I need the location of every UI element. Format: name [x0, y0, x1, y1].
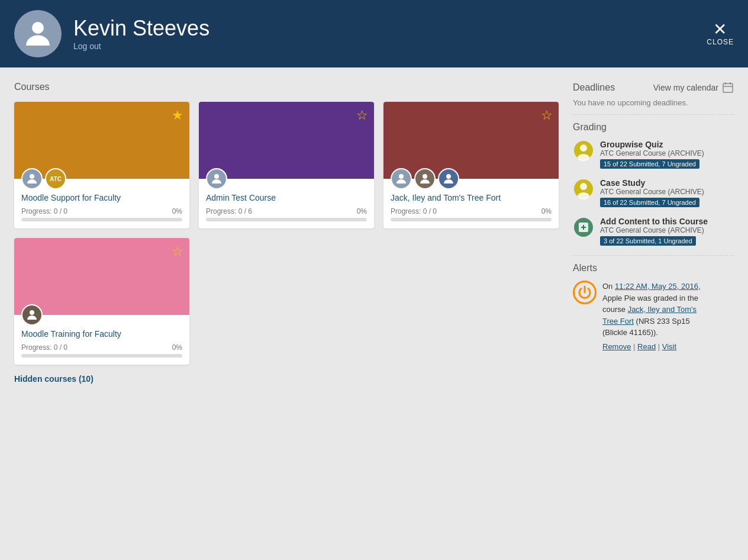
- course-progress-row-2: Progress: 0 / 6 0%: [206, 207, 367, 215]
- star-icon-4[interactable]: ☆: [172, 244, 183, 259]
- grading-text-2: Case Study ATC General Course (ARCHIVE) …: [600, 178, 704, 207]
- course-card-2[interactable]: ☆ Admin Test Course Progress: 0 / 6 0%: [199, 102, 374, 228]
- calendar-icon: [722, 82, 734, 94]
- alert-text-1: On 11:22 AM, May 25, 2016, Apple Pie was…: [602, 281, 701, 352]
- alert-item-1: On 11:22 AM, May 25, 2016, Apple Pie was…: [573, 281, 734, 352]
- course-thumb-3: ☆: [383, 102, 559, 179]
- star-icon-1[interactable]: ★: [172, 108, 183, 123]
- course-name-1[interactable]: Moodle Support for Faculty: [21, 193, 182, 202]
- no-deadlines-text: You have no upcoming deadlines.: [573, 98, 734, 107]
- svg-point-4: [423, 174, 427, 179]
- svg-point-1: [30, 174, 34, 179]
- svg-point-16: [578, 192, 589, 199]
- course-avatars-2: [206, 168, 227, 189]
- alerts-title: Alerts: [573, 263, 734, 273]
- grading-course-2: ATC General Course (ARCHIVE): [600, 188, 704, 196]
- svg-point-2: [214, 174, 219, 179]
- course-name-2[interactable]: Admin Test Course: [206, 193, 367, 202]
- grading-badge-1: 15 of 22 Submitted, 7 Ungraded: [600, 159, 699, 169]
- alert-course-link[interactable]: Jack, Iley and Tom's: [628, 305, 697, 314]
- star-icon-2[interactable]: ☆: [356, 108, 368, 123]
- course-name-3[interactable]: Jack, Iley and Tom's Tree Fort: [391, 193, 552, 202]
- user-avatar: [14, 10, 62, 57]
- grading-item-2: Case Study ATC General Course (ARCHIVE) …: [573, 178, 734, 207]
- main-content: Courses ★ ATC Moodle Support for Faculty: [0, 67, 748, 560]
- alert-line5: (Blickle 41165)).: [602, 328, 658, 337]
- alert-remove-link[interactable]: Remove: [602, 342, 631, 351]
- course-avatars-3: [391, 168, 459, 189]
- grading-item-3: Add Content to this Course ATC General C…: [573, 217, 734, 246]
- avatar-person-3b: [414, 168, 436, 189]
- course-progress-row-1: Progress: 0 / 0 0%: [21, 207, 182, 215]
- alert-course-link2[interactable]: Tree Fort: [602, 317, 634, 326]
- grading-item-title-2[interactable]: Case Study: [600, 178, 704, 188]
- svg-point-15: [580, 183, 587, 190]
- logout-link[interactable]: Log out: [73, 41, 101, 51]
- header: Kevin Steeves Log out ✕ CLOSE: [0, 0, 748, 67]
- grading-item-title-3[interactable]: Add Content to this Course: [600, 217, 708, 226]
- progress-bar-bg-2: [206, 218, 367, 221]
- atc-badge: ATC: [45, 168, 66, 189]
- divider-2: [573, 255, 734, 256]
- course-name-4[interactable]: Moodle Training for Faculty: [21, 329, 182, 339]
- power-icon: [576, 284, 593, 301]
- alert-read-link[interactable]: Read: [637, 342, 656, 351]
- grading-icon-3: [573, 217, 594, 246]
- deadlines-title: Deadlines: [573, 82, 615, 93]
- alert-line1: On 11:22 AM, May 25, 2016,: [602, 282, 701, 291]
- svg-point-6: [30, 310, 34, 315]
- alert-links-1: Remove | Read | Visit: [602, 341, 701, 353]
- avatar-person-2: [206, 168, 227, 189]
- left-panel: Courses ★ ATC Moodle Support for Faculty: [14, 82, 559, 546]
- course-card-3[interactable]: ☆ Jack, Iley and Tom's Tree: [383, 102, 559, 228]
- alert-line4: Tree Fort (NRS 233 Sp15: [602, 317, 690, 326]
- grading-text-1: Groupwise Quiz ATC General Course (ARCHI…: [600, 140, 704, 169]
- alert-time-link[interactable]: 11:22 AM, May 25, 2016,: [615, 282, 701, 291]
- svg-point-0: [32, 22, 44, 34]
- svg-point-3: [399, 174, 404, 179]
- progress-pct-1: 0%: [172, 207, 182, 215]
- view-calendar-button[interactable]: View my calendar: [653, 82, 734, 94]
- avatar-person-3a: [391, 168, 412, 189]
- alert-line2: Apple Pie was graded in the: [602, 294, 698, 302]
- grading-course-3: ATC General Course (ARCHIVE): [600, 226, 708, 234]
- svg-point-13: [578, 154, 589, 161]
- progress-pct-3: 0%: [541, 207, 552, 215]
- progress-bar-bg-3: [391, 218, 552, 221]
- grading-course-1: ATC General Course (ARCHIVE): [600, 149, 704, 157]
- course-card-4[interactable]: ☆ Moodle Training for Faculty Progress: …: [14, 238, 189, 365]
- progress-pct-2: 0%: [357, 207, 367, 215]
- course-avatars-4: [21, 304, 43, 326]
- close-label: CLOSE: [707, 38, 734, 46]
- course-avatars-1: ATC: [21, 168, 66, 189]
- svg-point-5: [446, 174, 451, 179]
- grading-item-1: Groupwise Quiz ATC General Course (ARCHI…: [573, 140, 734, 169]
- courses-grid: ★ ATC Moodle Support for Faculty Progres…: [14, 102, 559, 365]
- course-card-1[interactable]: ★ ATC Moodle Support for Faculty Progres…: [14, 102, 189, 228]
- course-thumb-4: ☆: [14, 238, 189, 315]
- grading-icon-1: [573, 140, 594, 169]
- course-thumb-1: ★ ATC: [14, 102, 189, 179]
- grading-badge-2: 16 of 22 Submitted, 7 Ungraded: [600, 198, 699, 207]
- progress-bar-bg-1: [21, 218, 182, 221]
- grading-item-title-1[interactable]: Groupwise Quiz: [600, 140, 704, 149]
- user-name: Kevin Steeves: [73, 16, 209, 41]
- deadlines-header: Deadlines View my calendar: [573, 82, 734, 94]
- view-calendar-label: View my calendar: [653, 83, 718, 92]
- progress-text-1: Progress: 0 / 0: [21, 207, 67, 215]
- star-icon-3[interactable]: ☆: [541, 108, 553, 123]
- grading-title: Grading: [573, 122, 734, 133]
- progress-text-3: Progress: 0 / 0: [391, 207, 437, 215]
- close-button[interactable]: ✕ CLOSE: [707, 21, 734, 46]
- course-progress-row-4: Progress: 0 / 0 0%: [21, 343, 182, 352]
- progress-text-4: Progress: 0 / 0: [21, 343, 67, 352]
- grading-badge-3: 3 of 22 Submitted, 1 Ungraded: [600, 236, 696, 246]
- alert-visit-link[interactable]: Visit: [662, 342, 676, 351]
- alert-icon-1: [573, 281, 597, 304]
- progress-text-2: Progress: 0 / 6: [206, 207, 252, 215]
- hidden-courses-link[interactable]: Hidden courses (10): [14, 374, 559, 384]
- course-progress-row-3: Progress: 0 / 0 0%: [391, 207, 552, 215]
- courses-title: Courses: [14, 82, 559, 92]
- grading-text-3: Add Content to this Course ATC General C…: [600, 217, 708, 246]
- alert-line3: course Jack, Iley and Tom's: [602, 305, 697, 314]
